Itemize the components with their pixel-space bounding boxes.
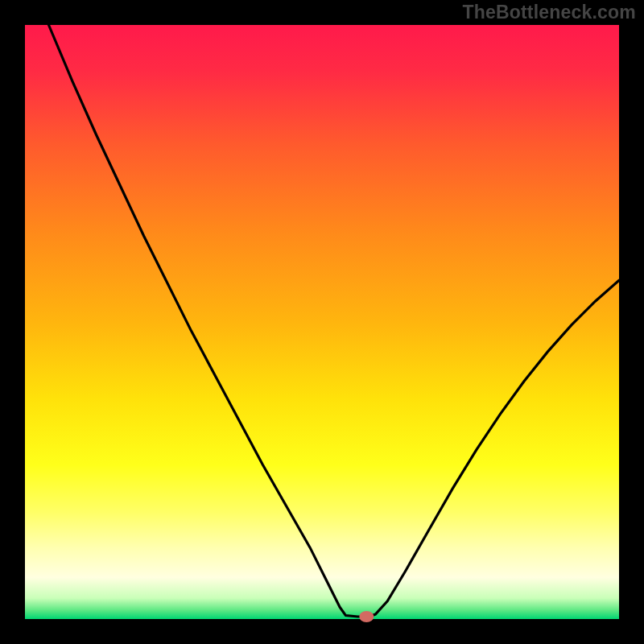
plot-background [25, 25, 619, 619]
chart-frame: TheBottleneck.com [0, 0, 644, 644]
marker-dot [359, 611, 374, 622]
watermark-text: TheBottleneck.com [462, 2, 636, 23]
bottleneck-chart [0, 0, 644, 644]
